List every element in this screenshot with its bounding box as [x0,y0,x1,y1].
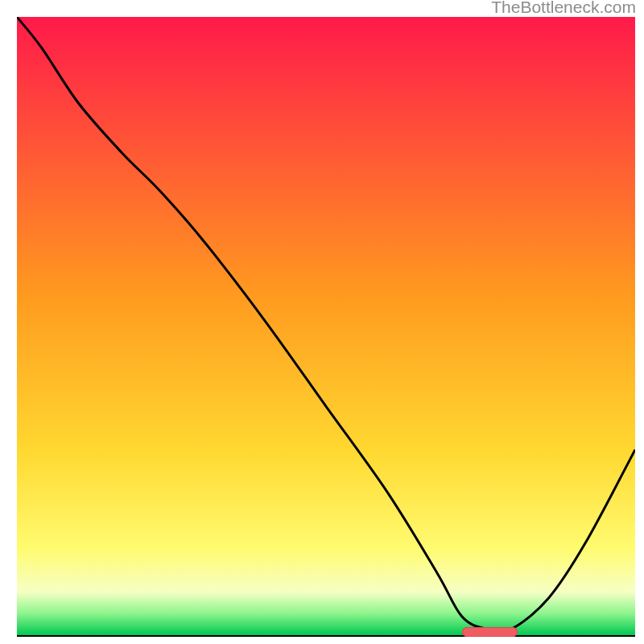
bottleneck-curve [17,17,635,635]
plot-area [17,17,635,635]
optimal-marker-pill [462,627,518,637]
watermark-text: TheBottleneck.com [491,0,636,17]
x-axis-line [17,635,635,637]
chart-root: TheBottleneck.com [0,0,644,644]
